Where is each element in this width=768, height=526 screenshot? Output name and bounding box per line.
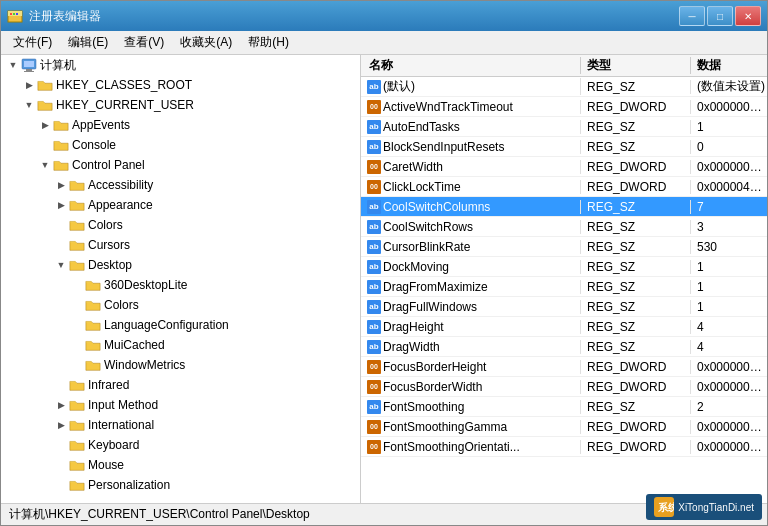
registry-tree[interactable]: ▼ 计算机▶ HKEY_CLASSES_ROOT▼ HKEY_CURRENT_U… xyxy=(1,55,361,503)
table-row[interactable]: abCoolSwitchColumnsREG_SZ7 xyxy=(361,197,767,217)
tree-item-accessibility[interactable]: ▶ Accessibility xyxy=(1,175,360,195)
tree-item-desktop_colors[interactable]: Colors xyxy=(1,295,360,315)
table-row[interactable]: abDragHeightREG_SZ4 xyxy=(361,317,767,337)
menu-item-file[interactable]: 文件(F) xyxy=(5,32,60,53)
row-name-dragheight: DragHeight xyxy=(383,320,581,334)
expander-international[interactable]: ▶ xyxy=(53,417,69,433)
tree-item-desktop_window[interactable]: WindowMetrics xyxy=(1,355,360,375)
table-row[interactable]: 00FocusBorderWidthREG_DWORD0x00000001 (1 xyxy=(361,377,767,397)
expander-accessibility[interactable]: ▶ xyxy=(53,177,69,193)
row-data-dragfull: 1 xyxy=(691,300,767,314)
row-type-dragwidth: REG_SZ xyxy=(581,340,691,354)
table-row[interactable]: abCursorBlinkRateREG_SZ530 xyxy=(361,237,767,257)
tree-item-computer[interactable]: ▼ 计算机 xyxy=(1,55,360,75)
expander-hkey_classes_root[interactable]: ▶ xyxy=(21,77,37,93)
row-data-default: (数值未设置) xyxy=(691,78,767,95)
table-row[interactable]: 00ActiveWndTrackTimeoutREG_DWORD0x000000… xyxy=(361,97,767,117)
expander-appevents[interactable]: ▶ xyxy=(37,117,53,133)
tree-item-appearance[interactable]: ▶ Appearance xyxy=(1,195,360,215)
folder-icon-desktop_window xyxy=(85,357,101,373)
row-icon-dockmoving: ab xyxy=(365,259,383,275)
table-row[interactable]: abDockMovingREG_SZ1 xyxy=(361,257,767,277)
table-row[interactable]: ab(默认)REG_SZ(数值未设置) xyxy=(361,77,767,97)
tree-label-hkey_current_user: HKEY_CURRENT_USER xyxy=(56,98,194,112)
table-row[interactable]: 00CaretWidthREG_DWORD0x00000001 (1 xyxy=(361,157,767,177)
expander-desktop[interactable]: ▼ xyxy=(53,257,69,273)
expander-desktop_colors[interactable] xyxy=(69,297,85,313)
tree-item-personalization[interactable]: Personalization xyxy=(1,475,360,495)
row-type-caretwidth: REG_DWORD xyxy=(581,160,691,174)
row-data-coolswitch_col: 7 xyxy=(691,200,767,214)
folder-icon-international xyxy=(69,417,85,433)
expander-console[interactable] xyxy=(37,137,53,153)
folder-icon-hkey_classes_root xyxy=(37,77,53,93)
expander-mouse[interactable] xyxy=(53,457,69,473)
folder-icon-computer xyxy=(21,57,37,73)
table-row[interactable]: abAutoEndTasksREG_SZ1 xyxy=(361,117,767,137)
expander-cursors[interactable] xyxy=(53,237,69,253)
table-row[interactable]: abDragWidthREG_SZ4 xyxy=(361,337,767,357)
expander-infrared[interactable] xyxy=(53,377,69,393)
table-row[interactable]: 00FocusBorderHeightREG_DWORD0x00000001 (… xyxy=(361,357,767,377)
tree-item-international[interactable]: ▶ International xyxy=(1,415,360,435)
tree-item-appevents[interactable]: ▶ AppEvents xyxy=(1,115,360,135)
expander-computer[interactable]: ▼ xyxy=(5,57,21,73)
menu-item-view[interactable]: 查看(V) xyxy=(116,32,172,53)
tree-item-input_method[interactable]: ▶ Input Method xyxy=(1,395,360,415)
expander-keyboard[interactable] xyxy=(53,437,69,453)
tree-item-control_panel[interactable]: ▼ Control Panel xyxy=(1,155,360,175)
menu-item-help[interactable]: 帮助(H) xyxy=(240,32,297,53)
table-row[interactable]: 00FontSmoothingGammaREG_DWORD0x00000000 … xyxy=(361,417,767,437)
table-row[interactable]: abDragFullWindowsREG_SZ1 xyxy=(361,297,767,317)
table-row[interactable]: abDragFromMaximizeREG_SZ1 xyxy=(361,277,767,297)
expander-desktop_window[interactable] xyxy=(69,357,85,373)
tree-item-desktop_360[interactable]: 360DesktopLite xyxy=(1,275,360,295)
row-data-clicklock: 0x000004b0 (1 xyxy=(691,180,767,194)
row-data-dragfrommax: 1 xyxy=(691,280,767,294)
expander-control_panel[interactable]: ▼ xyxy=(37,157,53,173)
expander-desktop_lang[interactable] xyxy=(69,317,85,333)
tree-item-hkey_classes_root[interactable]: ▶ HKEY_CLASSES_ROOT xyxy=(1,75,360,95)
tree-label-desktop_colors: Colors xyxy=(104,298,139,312)
table-row[interactable]: abCoolSwitchRowsREG_SZ3 xyxy=(361,217,767,237)
row-data-caretwidth: 0x00000001 (1 xyxy=(691,160,767,174)
window-title: 注册表编辑器 xyxy=(29,8,679,25)
tree-item-desktop[interactable]: ▼ Desktop xyxy=(1,255,360,275)
tree-item-keyboard[interactable]: Keyboard xyxy=(1,435,360,455)
tree-item-cursors[interactable]: Cursors xyxy=(1,235,360,255)
menu-item-favorites[interactable]: 收藏夹(A) xyxy=(172,32,240,53)
expander-input_method[interactable]: ▶ xyxy=(53,397,69,413)
minimize-button[interactable]: ─ xyxy=(679,6,705,26)
tree-item-colors[interactable]: Colors xyxy=(1,215,360,235)
maximize-button[interactable]: □ xyxy=(707,6,733,26)
row-type-activewnd: REG_DWORD xyxy=(581,100,691,114)
tree-item-desktop_lang[interactable]: LanguageConfiguration xyxy=(1,315,360,335)
table-row[interactable]: abBlockSendInputResetsREG_SZ0 xyxy=(361,137,767,157)
tree-item-infrared[interactable]: Infrared xyxy=(1,375,360,395)
expander-colors[interactable] xyxy=(53,217,69,233)
row-data-focusborderh: 0x00000001 (1 xyxy=(691,360,767,374)
header-data: 数据 xyxy=(691,57,767,74)
table-row[interactable]: abFontSmoothingREG_SZ2 xyxy=(361,397,767,417)
tree-item-hkey_current_user[interactable]: ▼ HKEY_CURRENT_USER xyxy=(1,95,360,115)
expander-appearance[interactable]: ▶ xyxy=(53,197,69,213)
tree-item-console[interactable]: Console xyxy=(1,135,360,155)
close-button[interactable]: ✕ xyxy=(735,6,761,26)
expander-desktop_360[interactable] xyxy=(69,277,85,293)
row-icon-blocksend: ab xyxy=(365,139,383,155)
tree-item-mouse[interactable]: Mouse xyxy=(1,455,360,475)
table-row[interactable]: 00ClickLockTimeREG_DWORD0x000004b0 (1 xyxy=(361,177,767,197)
tree-label-hkey_classes_root: HKEY_CLASSES_ROOT xyxy=(56,78,192,92)
row-name-dragwidth: DragWidth xyxy=(383,340,581,354)
row-name-default: (默认) xyxy=(383,78,581,95)
expander-hkey_current_user[interactable]: ▼ xyxy=(21,97,37,113)
menu-item-edit[interactable]: 编辑(E) xyxy=(60,32,116,53)
tree-item-desktop_mui[interactable]: MuiCached xyxy=(1,335,360,355)
row-type-clicklock: REG_DWORD xyxy=(581,180,691,194)
row-icon-focusborderh: 00 xyxy=(365,359,383,375)
expander-desktop_mui[interactable] xyxy=(69,337,85,353)
table-row[interactable]: 00FontSmoothingOrientati...REG_DWORD0x00… xyxy=(361,437,767,457)
row-name-fontsmoothgamma: FontSmoothingGamma xyxy=(383,420,581,434)
expander-personalization[interactable] xyxy=(53,477,69,493)
row-name-activewnd: ActiveWndTrackTimeout xyxy=(383,100,581,114)
